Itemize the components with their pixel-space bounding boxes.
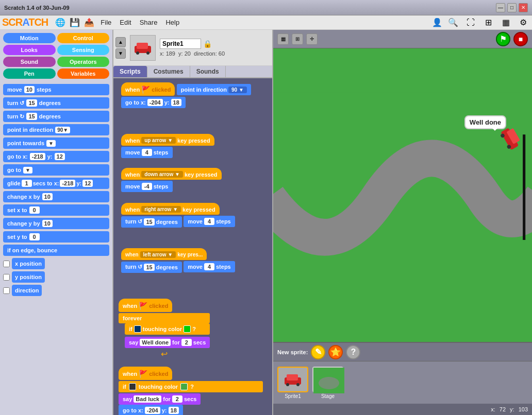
hat-block-7[interactable]: when 🚩 clicked (119, 367, 172, 380)
hat-block-4[interactable]: when right arrow ▼ key pressed (121, 203, 220, 215)
sprites-list: Sprite1 Stage (273, 361, 532, 404)
turn-script-block-2[interactable]: turn ↺ 15 degrees (121, 262, 182, 273)
turn-script-block-1[interactable]: turn ↺ 15 degrees (121, 216, 182, 228)
cat-motion-btn[interactable]: Motion (3, 33, 56, 43)
tab-sounds[interactable]: Sounds (190, 66, 226, 77)
maximize-button[interactable]: □ (507, 3, 517, 12)
y-position-checkbox-row: y position (3, 271, 109, 283)
minimize-button[interactable]: — (496, 3, 505, 12)
svg-rect-11 (287, 374, 298, 381)
cat-pen-btn[interactable]: Pen (3, 68, 56, 79)
new-sprite-paint-btn[interactable]: ✎ (311, 345, 325, 359)
save-icon[interactable]: 💾 (70, 18, 80, 27)
direction-block[interactable]: direction (12, 285, 42, 296)
stage-medium-view-btn[interactable]: ⊞ (292, 33, 303, 45)
person-icon[interactable]: 👤 (432, 18, 442, 27)
hat-block-6[interactable]: when 🚩 clicked (119, 299, 172, 312)
script-group-3: when down arrow ▼ key pressed move -4 st… (121, 168, 263, 193)
tab-scripts[interactable]: Scripts (113, 66, 147, 77)
set-x-block[interactable]: set x to 0 (3, 204, 109, 216)
stage-road-svg (273, 48, 532, 342)
forever-block[interactable]: forever (119, 313, 210, 323)
menu-file[interactable]: File (98, 18, 113, 27)
category-buttons: Motion Control Looks Sensing Sound Opera… (0, 30, 112, 82)
stage-small-view-btn[interactable]: ▦ (277, 33, 289, 45)
sprite-y: 20 (185, 50, 191, 57)
cat-variables-btn[interactable]: Variables (57, 68, 110, 79)
close-button[interactable]: ✕ (519, 3, 528, 12)
grid-icon[interactable]: ⊞ (481, 16, 495, 29)
svg-rect-1 (137, 43, 148, 49)
sprite-nav-up[interactable]: ▲ (115, 37, 126, 47)
y-position-block[interactable]: y position (12, 271, 45, 283)
new-sprite-draw-btn[interactable]: ⭐ (328, 345, 343, 359)
point-direction-block[interactable]: point in direction 90▼ (3, 124, 109, 135)
change-x-block[interactable]: change x by 10 (3, 191, 109, 202)
turn-cw-block[interactable]: turn ↻ 15 degrees (3, 111, 109, 122)
share-icon[interactable]: 📤 (84, 18, 94, 27)
svg-point-3 (146, 51, 149, 55)
move-block[interactable]: move 10 steps (3, 84, 109, 95)
goto-block[interactable]: go to ▼ (3, 164, 109, 176)
glide-block[interactable]: glide 1 secs to x: -218 y: 12 (3, 178, 109, 189)
hat-block-1[interactable]: when 🚩 clicked (121, 82, 175, 96)
cat-sound-btn[interactable]: Sound (3, 57, 56, 67)
new-sprite-surprise-btn[interactable]: ? (346, 345, 360, 359)
script-group-2: when up arrow ▼ key pressed move 4 steps (121, 134, 263, 159)
stage-item-name: Stage (321, 393, 335, 399)
x-position-block[interactable]: x position (12, 258, 45, 269)
if-touching-color-block[interactable]: if touching color ? (125, 323, 210, 335)
bounce-block[interactable]: if on edge, bounce (3, 245, 109, 256)
say-block-2[interactable]: say Bad luck for 2 secs (119, 393, 201, 405)
set-y-block[interactable]: set y to 0 (3, 231, 109, 243)
stop-button[interactable]: ■ (513, 32, 528, 46)
hat-block-5[interactable]: when left arrow ▼ key pres... (121, 248, 207, 260)
fullscreen-icon[interactable]: ⛶ (464, 16, 477, 29)
goto-xy-script-block-1[interactable]: go to x: -204 y: 18 (121, 97, 186, 108)
script-group-4: when right arrow ▼ key pressed turn ↺ 15… (121, 203, 263, 229)
search-icon[interactable]: 🔍 (446, 16, 460, 29)
layout-icon[interactable]: ▦ (499, 16, 512, 29)
goto-xy-block[interactable]: go to x: -218 y: 12 (3, 151, 109, 162)
say-block-1[interactable]: say Well done for 2 secs (125, 337, 210, 348)
goto-xy-script-block-2[interactable]: go to x: -204 y: 18 (119, 405, 183, 415)
sprite-1-thumbnail (277, 367, 308, 392)
cat-looks-btn[interactable]: Looks (3, 45, 56, 55)
stage-large-view-btn[interactable]: ✛ (306, 33, 318, 45)
move-script-block-1[interactable]: move 4 steps (121, 147, 173, 158)
color-swatch-green (184, 325, 191, 333)
direction-checkbox[interactable] (3, 287, 10, 294)
lock-icon[interactable]: 🔒 (203, 40, 212, 48)
globe-icon[interactable]: 🌐 (55, 18, 65, 27)
cat-operators-btn[interactable]: Operators (57, 57, 110, 67)
move-script-block-4[interactable]: move 4 steps (184, 261, 235, 272)
point-direction-script-block[interactable]: point in direction 90 ▼ (177, 84, 251, 95)
sprite-thumbnail (130, 35, 156, 61)
move-script-block-2[interactable]: move -4 steps (121, 181, 173, 192)
move-script-block-3[interactable]: move 4 steps (184, 216, 235, 227)
hat-block-3[interactable]: when down arrow ▼ key pressed (121, 168, 222, 180)
stage-item[interactable]: Stage (312, 367, 343, 399)
cat-sensing-btn[interactable]: Sensing (57, 45, 110, 55)
hat-block-2[interactable]: when up arrow ▼ key pressed (121, 134, 214, 146)
settings-icon[interactable]: ⚙ (517, 16, 530, 29)
y-coord-label: y: (510, 406, 514, 412)
right-panel: ▦ ⊞ ✛ ⚑ ■ (273, 30, 532, 415)
sprite-item-1[interactable]: Sprite1 (277, 367, 308, 399)
cat-control-btn[interactable]: Control (57, 33, 110, 43)
sprite-name-input[interactable] (160, 39, 201, 49)
y-position-checkbox[interactable] (3, 274, 10, 281)
x-coord-val: 72 (500, 406, 506, 412)
sprite-nav-down[interactable]: ▼ (115, 48, 126, 59)
menu-edit[interactable]: Edit (118, 18, 133, 27)
green-flag-button[interactable]: ⚑ (496, 32, 510, 46)
turn-ccw-block[interactable]: turn ↺ 15 degrees (3, 97, 109, 109)
change-y-block[interactable]: change y by 10 (3, 218, 109, 229)
stage-sprite[interactable] (498, 128, 524, 149)
point-towards-block[interactable]: point towards ▼ (3, 137, 109, 149)
tab-costumes[interactable]: Costumes (147, 66, 190, 77)
menu-share[interactable]: Share (138, 18, 160, 27)
x-position-checkbox[interactable] (3, 261, 10, 267)
if-touching-color-block-2[interactable]: if touching color ? (119, 381, 263, 392)
menu-help[interactable]: Help (163, 18, 181, 27)
